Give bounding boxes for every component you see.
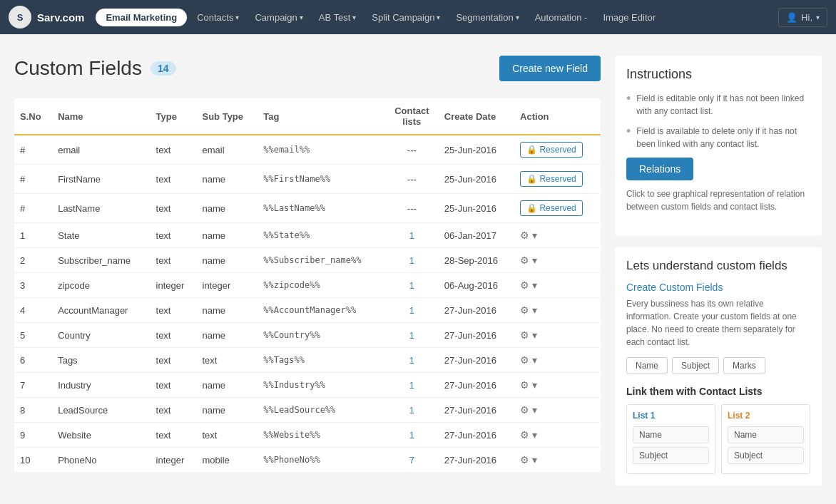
cell-name: State — [52, 223, 150, 248]
nav-campaign[interactable]: Campaign ▾ — [249, 8, 308, 27]
list-count-link[interactable]: 1 — [409, 405, 414, 416]
gear-icon[interactable]: ⚙ ▾ — [520, 230, 595, 241]
list-count-link[interactable]: 7 — [409, 455, 414, 466]
cell-name: Tags — [52, 348, 150, 373]
cell-subtype: name — [197, 248, 258, 273]
table-row: 10 PhoneNo integer mobile %%PhoneNo%% 7 … — [14, 448, 601, 473]
cell-type: integer — [151, 273, 197, 298]
chevron-down-icon: ▾ — [300, 14, 303, 21]
cell-type: text — [151, 373, 197, 398]
cell-lists: 1 — [385, 398, 439, 423]
list-count-link[interactable]: 1 — [409, 255, 414, 266]
field-tag-item: Marks — [723, 357, 765, 374]
gear-icon[interactable]: ⚙ ▾ — [520, 329, 595, 341]
cell-lists: --- — [385, 135, 439, 165]
cell-action[interactable]: 🔒 Reserved — [514, 194, 601, 223]
col-subtype: Sub Type — [197, 98, 258, 135]
gear-icon[interactable]: ⚙ ▾ — [520, 279, 595, 291]
brand-logo: S — [9, 6, 31, 29]
list-count-link[interactable]: 1 — [409, 355, 414, 366]
gear-icon[interactable]: ⚙ ▾ — [520, 454, 595, 466]
cell-lists: 7 — [385, 448, 439, 473]
list-count-link[interactable]: 1 — [409, 430, 414, 441]
cell-action[interactable]: ⚙ ▾ — [514, 298, 601, 323]
cell-sno: 6 — [14, 348, 52, 373]
cell-action[interactable]: ⚙ ▾ — [514, 348, 601, 373]
cell-name: LastName — [52, 194, 150, 223]
cell-action[interactable]: 🔒 Reserved — [514, 135, 601, 165]
instruction-text-2: Field is available to delete only if it … — [636, 125, 810, 150]
cell-name: email — [52, 135, 150, 165]
cell-sno: 5 — [14, 323, 52, 348]
cell-action[interactable]: ⚙ ▾ — [514, 223, 601, 248]
cell-tag: %%FirstName%% — [258, 165, 385, 194]
cell-date: 25-Jun-2016 — [439, 194, 514, 223]
gear-icon[interactable]: ⚙ ▾ — [520, 254, 595, 266]
cell-date: 25-Jun-2016 — [439, 165, 514, 194]
create-custom-fields-link[interactable]: Create Custom Fields — [626, 282, 810, 293]
instruction-item-1: • Field is editable only if it has not b… — [626, 92, 810, 118]
gear-icon[interactable]: ⚙ ▾ — [520, 354, 595, 366]
table-row: # email text email %%email%% --- 25-Jun-… — [14, 135, 601, 165]
user-menu[interactable]: 👤 Hi, ▾ — [778, 8, 827, 27]
cell-tag: %%LastName%% — [258, 194, 385, 223]
cell-action[interactable]: ⚙ ▾ — [514, 448, 601, 473]
cell-action[interactable]: ⚙ ▾ — [514, 423, 601, 448]
email-marketing-button[interactable]: Email Marketing — [96, 9, 187, 26]
gear-icon[interactable]: ⚙ ▾ — [520, 379, 595, 391]
gear-icon[interactable]: ⚙ ▾ — [520, 404, 595, 416]
main-content: Custom Fields 14 Create new Field S.No N… — [0, 34, 836, 500]
create-fields-desc: Every bussiness has its own relative inf… — [626, 297, 810, 349]
cell-type: text — [151, 194, 197, 223]
cell-name: Industry — [52, 373, 150, 398]
list-count-link[interactable]: 1 — [409, 305, 414, 316]
cell-action[interactable]: ⚙ ▾ — [514, 373, 601, 398]
user-icon: 👤 — [786, 12, 797, 23]
page-header: Custom Fields 14 Create new Field — [14, 56, 601, 81]
cell-type: integer — [151, 448, 197, 473]
nav-contacts[interactable]: Contacts ▾ — [191, 8, 245, 27]
relations-button[interactable]: Relations — [626, 158, 693, 180]
cell-name: LeadSource — [52, 398, 150, 423]
table-row: 1 State text name %%State%% 1 06-Jan-201… — [14, 223, 601, 248]
reserved-button[interactable]: 🔒 Reserved — [520, 171, 583, 187]
cell-sno: 9 — [14, 423, 52, 448]
cell-action[interactable]: 🔒 Reserved — [514, 165, 601, 194]
no-lists: --- — [407, 174, 417, 185]
understand-box: Lets understand custom fields Create Cus… — [615, 247, 822, 485]
user-label: Hi, — [801, 12, 812, 23]
nav-split-campaign[interactable]: Split Campaign ▾ — [366, 8, 446, 27]
chevron-down-icon: ▾ — [516, 14, 519, 21]
gear-icon[interactable]: ⚙ ▾ — [520, 304, 595, 316]
gear-icon[interactable]: ⚙ ▾ — [520, 429, 595, 441]
nav-image-editor[interactable]: Image Editor — [597, 8, 661, 27]
list-count-link[interactable]: 1 — [409, 330, 414, 341]
cell-subtype: name — [197, 194, 258, 223]
create-new-field-button[interactable]: Create new Field — [499, 56, 601, 81]
reserved-button[interactable]: 🔒 Reserved — [520, 200, 583, 216]
cell-date: 27-Jun-2016 — [439, 298, 514, 323]
nav-abtest[interactable]: AB Test ▾ — [313, 8, 362, 27]
brand-logo-link[interactable]: S Sarv.com — [9, 6, 84, 29]
nav-automation[interactable]: Automation - — [529, 8, 593, 27]
cell-subtype: name — [197, 398, 258, 423]
col-sno: S.No — [14, 98, 52, 135]
cell-name: FirstName — [52, 165, 150, 194]
custom-fields-table-wrap: S.No Name Type Sub Type Tag Contactlists… — [14, 98, 601, 473]
cell-type: text — [151, 398, 197, 423]
reserved-button[interactable]: 🔒 Reserved — [520, 142, 583, 158]
cell-lists: 1 — [385, 348, 439, 373]
nav-segmentation[interactable]: Segmentation ▾ — [450, 8, 524, 27]
list-count-link[interactable]: 1 — [409, 280, 414, 291]
cell-action[interactable]: ⚙ ▾ — [514, 273, 601, 298]
cell-action[interactable]: ⚙ ▾ — [514, 248, 601, 273]
cell-name: zipcode — [52, 273, 150, 298]
list-count-link[interactable]: 1 — [409, 230, 414, 241]
cell-action[interactable]: ⚙ ▾ — [514, 323, 601, 348]
list-field-item: Subject — [633, 447, 709, 464]
cell-action[interactable]: ⚙ ▾ — [514, 398, 601, 423]
cell-tag: %%Website%% — [258, 423, 385, 448]
list-field-item: Name — [633, 426, 709, 443]
cell-lists: 1 — [385, 223, 439, 248]
list-count-link[interactable]: 1 — [409, 380, 414, 391]
